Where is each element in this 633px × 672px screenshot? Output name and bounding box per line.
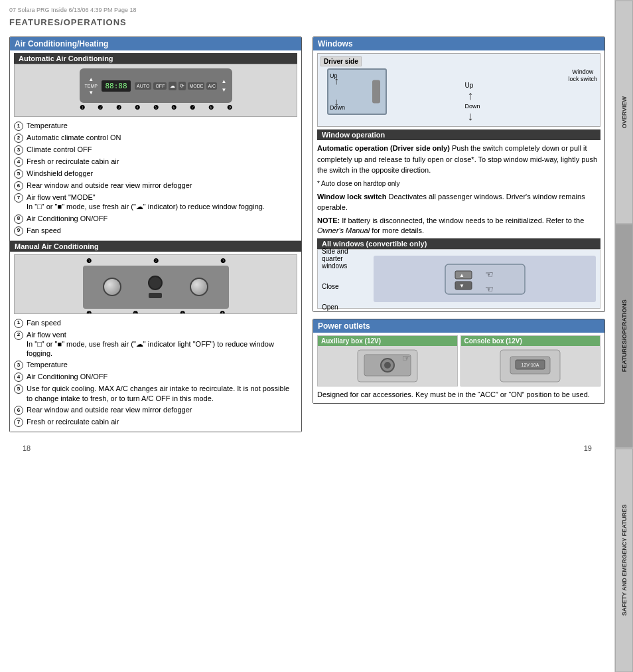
auto-ac-title: Automatic Air Conditioning — [14, 53, 297, 64]
svg-text:▼: ▼ — [459, 283, 464, 289]
list-item: 4Air Conditioning ON/OFF — [14, 372, 297, 382]
sidebar-tab-overview[interactable]: OVERVIEW — [615, 0, 633, 224]
list-item: 6Rear window and outside rear view mirro… — [14, 405, 297, 415]
windows-diagram: Driver side ↑ Up ↓ — [317, 53, 600, 127]
convertible-diagram: Side and quarter windows Close Open — [317, 249, 600, 309]
console-box-image: 12V·10A — [461, 346, 600, 386]
windows-title: Windows — [313, 37, 604, 50]
list-item: 5Windshield defogger — [14, 169, 297, 179]
auxiliary-box: Auxiliary box (12V) ☞ — [317, 335, 458, 386]
page-numbers: 18 19 — [9, 444, 605, 452]
auto-ac-list: 1Temperature 2Automatic climate control … — [14, 121, 297, 236]
ac-heating-section: Air Conditioning/Heating Automatic Air C… — [9, 37, 302, 432]
svg-point-10 — [384, 362, 391, 369]
ac-heating-title: Air Conditioning/Heating — [10, 37, 301, 50]
page-number-right: 19 — [584, 444, 592, 452]
list-item: 3Climate control OFF — [14, 145, 297, 155]
outlets-row: Auxiliary box (12V) ☞ — [317, 335, 600, 386]
up-label-1: Up — [330, 72, 338, 79]
svg-text:☜: ☜ — [485, 284, 494, 294]
right-column: Windows Driver side ↑ Up — [313, 37, 605, 439]
list-item: 7Fresh or recirculate cabin air — [14, 417, 297, 427]
console-box: Console box (12V) 12V·10A — [460, 335, 601, 386]
windows-section: Windows Driver side ↑ Up — [313, 37, 605, 312]
list-item: 5Use for quick cooling. MAX A/C changes … — [14, 384, 297, 403]
print-header: 07 Solara PRG Inside 6/13/06 4:39 PM Pag… — [9, 7, 605, 13]
page-number-left: 18 — [23, 444, 31, 452]
list-item: 9Fan speed — [14, 226, 297, 236]
down-label-1: Down — [330, 104, 345, 111]
power-outlets-description: Designed for car accessories. Key must b… — [317, 390, 600, 400]
dial-1 — [103, 278, 121, 296]
close-label: Close — [322, 283, 368, 290]
auto-ac-body: Automatic Air Conditioning ▲ TEMP ▼ — [10, 50, 301, 240]
ac-display: 88:88 — [102, 80, 130, 92]
window-operation-title: Window operation — [317, 129, 600, 140]
window-lock-switch-label: Windowlock switch — [568, 68, 597, 83]
manual-ac-section: Manual Air Conditioning ❶❷❸ — [10, 240, 301, 432]
convertible-svg: ▲ ▼ ☜ ☜ — [442, 258, 528, 301]
manual-ac-title: Manual Air Conditioning — [10, 241, 301, 252]
power-outlets-section: Power outlets Auxiliary box (12V) — [313, 319, 605, 403]
list-item: 3Temperature — [14, 360, 297, 370]
sidebar-tab-safety[interactable]: SAFETY AND EMERGENCY FEATURES — [615, 448, 633, 672]
windows-body: Driver side ↑ Up ↓ — [313, 50, 604, 311]
auxiliary-box-image: ☞ — [318, 346, 457, 386]
list-item: 7Air flow vent "MODE"In "□" or "■" mode,… — [14, 193, 297, 212]
right-window-panel: Windowlock switch Up ↑ Down ↓ — [461, 68, 598, 124]
list-item: 4Fresh or recirculate cabin air — [14, 157, 297, 167]
auto-ac-diagram: ▲ TEMP ▼ 88:88 AUTO OFF ☁ — [14, 64, 297, 117]
driver-side-label: Driver side — [320, 56, 362, 66]
left-column: Air Conditioning/Heating Automatic Air C… — [9, 37, 302, 439]
svg-text:12V·10A: 12V·10A — [522, 363, 539, 367]
manual-ac-panel — [83, 266, 229, 309]
auto-note: * Auto close on hardtop only — [317, 179, 600, 189]
down-label-2: Down — [465, 103, 598, 110]
left-window-panel: ↑ Up ↓ Down — [320, 68, 457, 124]
list-item: 1Fan speed — [14, 318, 297, 328]
window-operation-text: Automatic operation (Driver side only) P… — [317, 140, 600, 238]
sidebar-right: OVERVIEW FEATURES/OPERATIONS SAFETY AND … — [614, 0, 633, 672]
svg-text:☜: ☜ — [485, 269, 494, 280]
convertible-illustration: ▲ ▼ ☜ ☜ — [374, 256, 596, 302]
window-panels: ↑ Up ↓ Down — [320, 68, 597, 124]
sidebar-tab-features[interactable]: FEATURES/OPERATIONS — [615, 224, 633, 448]
manual-ac-list: 1Fan speed 2Air flow ventIn "□" or "■" m… — [14, 318, 297, 427]
power-outlets-body: Auxiliary box (12V) ☞ — [313, 333, 604, 402]
list-item: 6Rear window and outside rear view mirro… — [14, 181, 297, 191]
two-column-layout: Air Conditioning/Heating Automatic Air C… — [9, 37, 605, 439]
up-label-2: Up — [465, 82, 598, 89]
main-content: 07 Solara PRG Inside 6/13/06 4:39 PM Pag… — [0, 0, 614, 672]
dial-2 — [190, 278, 208, 296]
list-item: 2Air flow ventIn "□" or "■" mode, use fr… — [14, 330, 297, 359]
svg-text:▲: ▲ — [459, 272, 464, 278]
list-item: 8Air Conditioning ON/OFF — [14, 214, 297, 224]
auxiliary-box-title: Auxiliary box (12V) — [318, 336, 457, 346]
console-box-title: Console box (12V) — [461, 336, 600, 346]
open-label: Open — [322, 303, 368, 311]
list-item: 2Automatic climate control ON — [14, 133, 297, 143]
side-quarter-label: Side and quarter windows — [322, 248, 368, 270]
section-title: FEATURES/OPERATIONS — [9, 17, 605, 30]
list-item: 1Temperature — [14, 121, 297, 131]
svg-text:☞: ☞ — [402, 353, 411, 363]
manual-ac-body: ❶❷❸ — [10, 252, 301, 432]
power-outlets-title: Power outlets — [313, 319, 604, 333]
manual-ac-diagram: ❶❷❸ — [14, 254, 297, 314]
